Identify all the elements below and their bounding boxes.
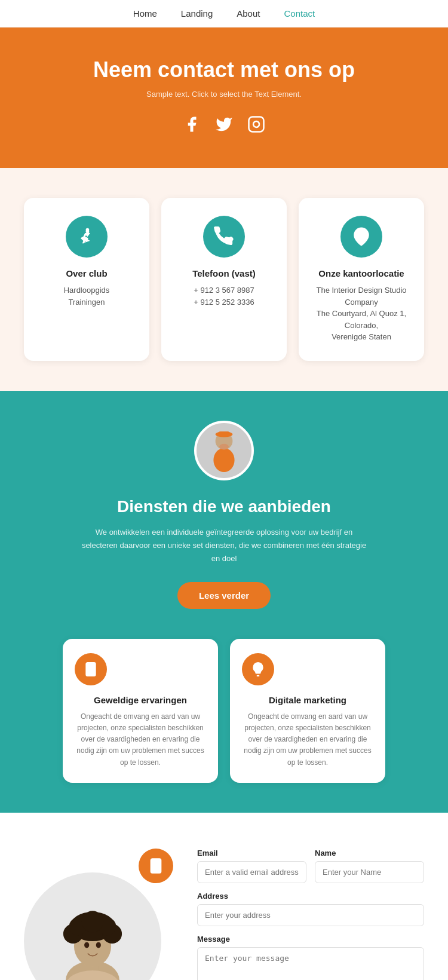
bulb-icon	[242, 653, 274, 685]
service-ervaringen-title: Geweldige ervaringen	[75, 695, 206, 705]
nav-home[interactable]: Home	[133, 8, 157, 19]
svg-point-22	[84, 942, 89, 948]
phone-icon	[203, 216, 245, 258]
card-locatie-title: Onze kantoorlocatie	[311, 268, 412, 278]
phone-badge-icon	[139, 849, 173, 883]
card-over-club-text: Hardloopgids Trainingen	[36, 284, 137, 308]
contact-form: Email Name Address Message INDIENEN Afbe…	[197, 849, 424, 980]
nav-contact[interactable]: Contact	[284, 8, 315, 19]
svg-point-21	[82, 911, 103, 932]
card-locatie-text: The Interior Design Studio Company The C…	[311, 284, 412, 343]
hero-title: Neem contact met ons op	[12, 57, 436, 82]
card-over-club: Over club Hardloopgids Trainingen	[24, 198, 149, 361]
location-icon	[340, 216, 382, 258]
name-input[interactable]	[315, 861, 424, 883]
teal-section: Diensten die we aanbieden We ontwikkelen…	[0, 391, 448, 813]
instagram-icon[interactable]	[247, 115, 265, 138]
hero-section: Neem contact met ons op Sample text. Cli…	[0, 27, 448, 168]
svg-point-4	[359, 232, 364, 238]
contact-section: Email Name Address Message INDIENEN Afbe…	[0, 813, 448, 980]
card-locatie: Onze kantoorlocatie The Interior Design …	[299, 198, 424, 361]
card-telefoon-title: Telefoon (vast)	[173, 268, 275, 278]
service-ervaringen-desc: Ongeacht de omvang en aard van uw projec…	[75, 711, 206, 768]
info-cards-section: Over club Hardloopgids Trainingen Telefo…	[0, 168, 448, 391]
message-group: Message	[197, 935, 424, 980]
svg-point-9	[219, 443, 229, 449]
name-group: Name	[315, 849, 424, 883]
teal-description: We ontwikkelen een individuele geïntegre…	[81, 526, 367, 565]
cards-row: Over club Hardloopgids Trainingen Telefo…	[18, 198, 430, 361]
runner-icon	[66, 216, 108, 258]
avatar	[194, 421, 254, 480]
email-input[interactable]	[197, 861, 306, 883]
svg-point-23	[96, 942, 101, 948]
card-over-club-title: Over club	[36, 268, 137, 278]
svg-point-8	[213, 448, 234, 472]
message-input[interactable]	[197, 947, 424, 980]
teal-title: Diensten die we aanbieden	[18, 497, 430, 516]
email-label: Email	[197, 849, 306, 858]
message-label: Message	[197, 935, 424, 944]
address-input[interactable]	[197, 904, 424, 926]
email-group: Email	[197, 849, 306, 883]
name-label: Name	[315, 849, 424, 858]
social-icons	[12, 115, 436, 138]
svg-rect-10	[86, 663, 95, 676]
nav-about[interactable]: About	[237, 8, 260, 19]
service-marketing-desc: Ongeacht de omvang en aard van uw projec…	[242, 711, 373, 768]
address-group: Address	[197, 892, 424, 926]
service-card-ervaringen: Geweldige ervaringen Ongeacht de omvang …	[63, 639, 218, 783]
service-cards: Geweldige ervaringen Ongeacht de omvang …	[18, 639, 430, 783]
svg-rect-0	[249, 117, 264, 132]
facebook-icon[interactable]	[183, 115, 201, 138]
form-row-email-name: Email Name	[197, 849, 424, 883]
twitter-icon[interactable]	[215, 115, 233, 138]
service-card-marketing: Digitale marketing Ongeacht de omvang en…	[230, 639, 385, 783]
address-label: Address	[197, 892, 424, 901]
lees-verder-button[interactable]: Lees verder	[177, 582, 271, 609]
card-telefoon: Telefoon (vast) + 912 3 567 8987 + 912 5…	[161, 198, 287, 361]
svg-rect-7	[218, 431, 229, 436]
card-telefoon-text: + 912 3 567 8987 + 912 5 252 3336	[173, 284, 275, 308]
hero-subtitle[interactable]: Sample text. Click to select the Text El…	[12, 90, 436, 99]
navigation: Home Landing About Contact	[0, 0, 448, 27]
contact-left	[24, 849, 179, 980]
person-avatar	[24, 872, 161, 980]
service-marketing-title: Digitale marketing	[242, 695, 373, 705]
nav-landing[interactable]: Landing	[181, 8, 213, 19]
mobile-icon	[75, 653, 107, 685]
